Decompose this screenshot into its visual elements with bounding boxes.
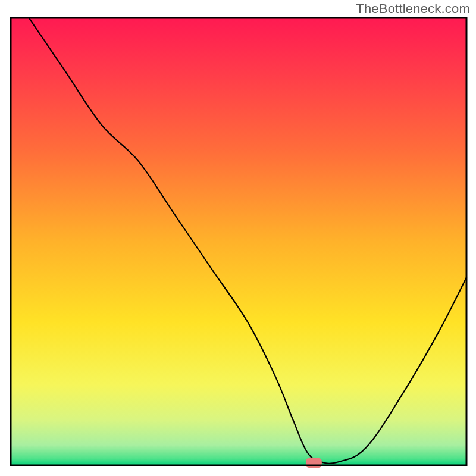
- chart-background: [11, 18, 466, 465]
- watermark-text: TheBottleneck.com: [356, 1, 470, 17]
- bottleneck-chart: [0, 0, 476, 476]
- chart-container: { "watermark": "TheBottleneck.com", "cha…: [0, 0, 476, 476]
- optimal-marker: [306, 458, 322, 468]
